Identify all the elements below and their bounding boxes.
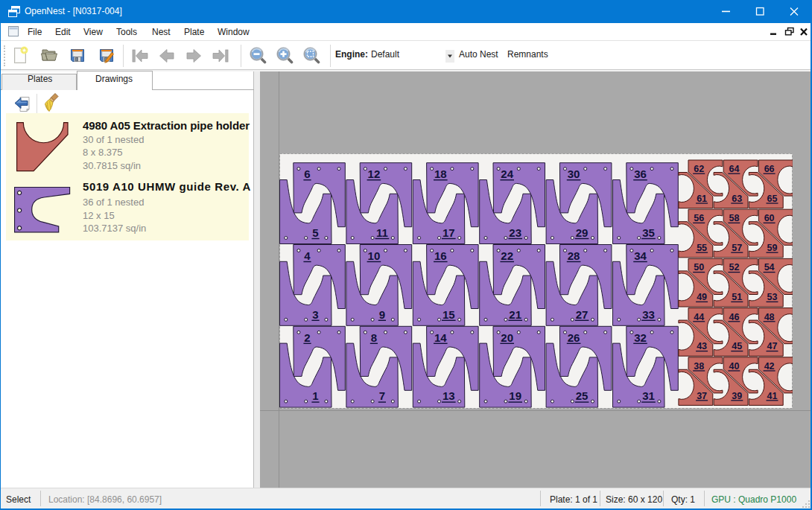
svg-text:33: 33 (642, 307, 655, 320)
svg-text:41: 41 (767, 390, 778, 401)
svg-text:29: 29 (576, 226, 589, 238)
svg-text:28: 28 (568, 249, 580, 261)
svg-text:13: 13 (443, 389, 455, 402)
svg-text:23: 23 (509, 226, 521, 238)
svg-text:53: 53 (767, 292, 778, 302)
svg-text:32: 32 (634, 331, 647, 343)
svg-text:62: 62 (694, 164, 704, 174)
svg-text:38: 38 (694, 360, 704, 371)
svg-text:18: 18 (434, 168, 447, 180)
svg-text:30: 30 (568, 168, 580, 180)
svg-text:59: 59 (767, 243, 778, 253)
svg-text:22: 22 (501, 249, 513, 261)
svg-text:65: 65 (767, 193, 778, 203)
svg-text:42: 42 (764, 360, 775, 371)
svg-text:19: 19 (509, 389, 521, 402)
svg-text:60: 60 (764, 213, 775, 223)
svg-text:63: 63 (732, 193, 742, 203)
svg-text:14: 14 (434, 331, 447, 343)
svg-text:3: 3 (312, 307, 318, 320)
svg-text:27: 27 (576, 307, 589, 320)
svg-text:50: 50 (694, 262, 704, 272)
svg-text:45: 45 (732, 341, 742, 351)
svg-text:5: 5 (312, 226, 318, 238)
svg-text:66: 66 (764, 164, 775, 174)
svg-text:16: 16 (434, 249, 447, 261)
svg-text:20: 20 (501, 331, 513, 343)
svg-text:64: 64 (729, 164, 739, 174)
svg-text:25: 25 (576, 389, 589, 402)
svg-text:26: 26 (568, 331, 580, 343)
svg-text:46: 46 (729, 311, 739, 322)
svg-text:57: 57 (732, 243, 742, 253)
svg-text:11: 11 (376, 226, 388, 238)
svg-text:48: 48 (764, 311, 775, 322)
svg-text:15: 15 (443, 307, 455, 320)
svg-text:17: 17 (443, 226, 455, 238)
svg-text:10: 10 (368, 249, 381, 261)
svg-text:31: 31 (642, 389, 655, 402)
svg-text:4: 4 (304, 249, 311, 261)
svg-text:54: 54 (764, 262, 775, 272)
svg-text:51: 51 (732, 292, 742, 302)
svg-text:44: 44 (694, 311, 704, 322)
svg-text:35: 35 (642, 226, 655, 238)
svg-text:37: 37 (697, 390, 707, 401)
svg-text:52: 52 (729, 262, 739, 272)
svg-text:40: 40 (729, 360, 739, 371)
svg-text:34: 34 (634, 249, 647, 261)
svg-text:47: 47 (767, 341, 778, 351)
svg-text:43: 43 (697, 341, 707, 351)
svg-text:55: 55 (697, 243, 707, 253)
svg-text:8: 8 (371, 331, 377, 343)
svg-text:61: 61 (697, 193, 707, 203)
svg-text:9: 9 (379, 307, 385, 320)
svg-text:36: 36 (634, 168, 647, 180)
svg-text:56: 56 (694, 213, 704, 223)
svg-text:6: 6 (304, 168, 310, 180)
svg-text:21: 21 (509, 307, 521, 320)
svg-text:1: 1 (312, 389, 318, 402)
svg-text:2: 2 (304, 331, 310, 343)
svg-text:24: 24 (501, 168, 513, 180)
svg-text:39: 39 (732, 390, 742, 401)
svg-text:58: 58 (729, 213, 739, 223)
svg-text:7: 7 (379, 389, 385, 402)
svg-text:12: 12 (368, 168, 381, 180)
svg-text:49: 49 (697, 292, 707, 302)
